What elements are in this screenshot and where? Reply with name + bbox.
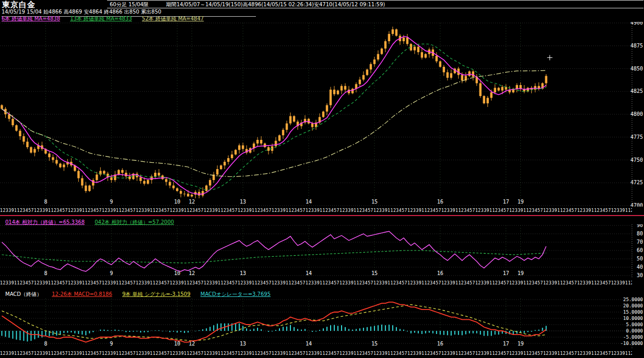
svg-text:30: 30 xyxy=(637,272,643,278)
svg-text:10.0000: 10.0000 xyxy=(623,316,643,321)
time-axis-rsi: 1233911234571233911234571233911234571233… xyxy=(0,280,632,287)
panel-separator xyxy=(0,215,644,216)
svg-text:4850: 4850 xyxy=(630,66,643,71)
svg-text:20.0000: 20.0000 xyxy=(623,303,643,308)
macd-signal-legend-item: 9本 単純 シグナル=-3.1509 xyxy=(122,291,191,297)
svg-text:13: 13 xyxy=(240,199,246,205)
svg-text:60: 60 xyxy=(637,247,643,253)
svg-text:19: 19 xyxy=(518,270,524,276)
svg-text:19: 19 xyxy=(518,341,524,347)
svg-text:90: 90 xyxy=(637,224,643,228)
svg-text:10: 10 xyxy=(174,341,180,347)
chart-app-window: 東京白金 60分足 15/04限 期間14/05/07～14/05/19(150… xyxy=(0,0,644,358)
svg-text:16: 16 xyxy=(437,341,443,347)
svg-text:9: 9 xyxy=(110,270,113,276)
svg-text:50: 50 xyxy=(637,256,643,261)
svg-text:14: 14 xyxy=(306,199,312,205)
ma52-legend-item: 52本 終値単純 MA=4847 xyxy=(142,16,204,21)
svg-text:17: 17 xyxy=(503,270,509,276)
svg-text:70: 70 xyxy=(637,239,643,245)
ma13-legend-item: 13本 終値単純 MA=4833 xyxy=(70,16,132,21)
svg-text:12: 12 xyxy=(189,199,195,205)
time-axis-macd: 1233911234571233911234571233911234571233… xyxy=(0,351,632,357)
svg-text:15.0000: 15.0000 xyxy=(623,309,643,315)
time-axis-main: 1233911234571233911234571233911234571233… xyxy=(0,208,632,214)
svg-text:4800: 4800 xyxy=(630,111,643,117)
svg-text:4875: 4875 xyxy=(630,43,643,49)
svg-text:4750: 4750 xyxy=(630,157,643,163)
svg-text:5.0000: 5.0000 xyxy=(626,322,643,327)
svg-text:4700: 4700 xyxy=(630,202,643,207)
svg-text:15: 15 xyxy=(371,199,378,205)
svg-text:-5.0000: -5.0000 xyxy=(623,335,643,340)
svg-text:10: 10 xyxy=(174,199,180,205)
rsi-chart[interactable]: 90807060504030891012131415161719 xyxy=(0,224,644,279)
svg-text:13: 13 xyxy=(240,270,246,276)
svg-text:9: 9 xyxy=(110,199,113,205)
svg-text:80: 80 xyxy=(637,231,643,236)
svg-text:14: 14 xyxy=(306,341,312,347)
svg-text:12: 12 xyxy=(189,270,195,276)
svg-text:4725: 4725 xyxy=(630,180,643,185)
macd-title: MACD（終値） xyxy=(5,291,42,297)
svg-text:17: 17 xyxy=(503,341,509,347)
macd-legend: MACD（終値） 12-26本 MACD=0.8186 9本 単純 シグナル=-… xyxy=(5,291,279,298)
macd-chart[interactable]: 25.000020.000015.000010.00005.00000.0000… xyxy=(0,297,644,349)
svg-text:8: 8 xyxy=(44,199,47,205)
svg-text:13: 13 xyxy=(240,341,246,347)
svg-text:16: 16 xyxy=(437,199,443,205)
ma-legend: 6本 終値単純 MA=4838 13本 終値単純 MA=4833 52本 終値単… xyxy=(2,15,212,22)
svg-text:0.0000: 0.0000 xyxy=(626,328,643,333)
svg-text:15: 15 xyxy=(371,341,378,347)
svg-text:19: 19 xyxy=(518,199,524,205)
macd-line-legend-item: 12-26本 MACD=0.8186 xyxy=(52,291,112,297)
svg-text:-10.0000: -10.0000 xyxy=(620,341,643,346)
svg-text:8: 8 xyxy=(44,270,47,276)
ma6-legend-item: 6本 終値単純 MA=4838 xyxy=(2,16,60,21)
svg-text:4900: 4900 xyxy=(630,22,643,26)
svg-text:4825: 4825 xyxy=(630,88,643,94)
svg-text:40: 40 xyxy=(637,264,643,270)
svg-text:9: 9 xyxy=(110,341,113,347)
period-info: 期間14/05/07～14/05/19(150)高4896(14/05/15 0… xyxy=(166,1,385,8)
timeframe-label[interactable]: 60分足 15/04限 xyxy=(110,1,149,8)
svg-text:8: 8 xyxy=(44,341,47,347)
svg-text:14: 14 xyxy=(306,270,312,276)
candlestick-chart[interactable]: 4900487548504825480047754750472547008910… xyxy=(0,22,644,207)
macd-oscillator-legend-item: MACDオシレーター=3.7695 xyxy=(201,291,271,297)
svg-text:4775: 4775 xyxy=(630,134,643,140)
svg-text:25.0000: 25.0000 xyxy=(623,297,643,302)
svg-text:15: 15 xyxy=(371,270,378,276)
svg-text:17: 17 xyxy=(503,199,509,205)
svg-text:16: 16 xyxy=(437,270,443,276)
